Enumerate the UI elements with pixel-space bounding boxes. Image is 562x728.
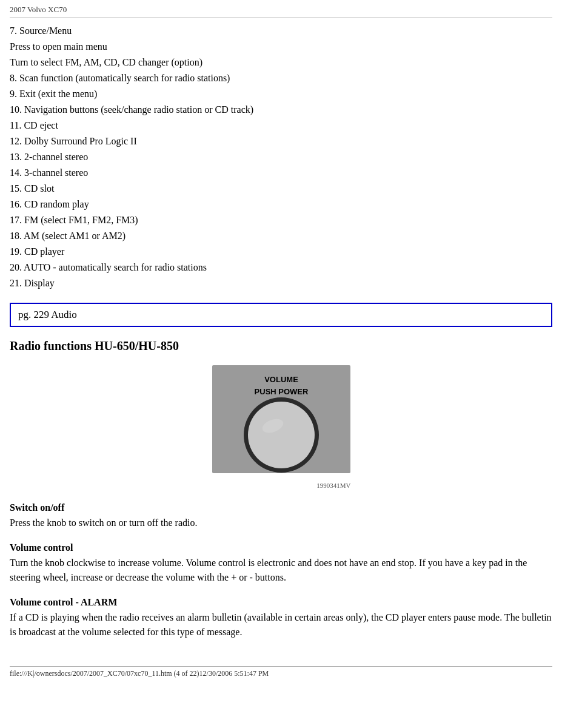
subsection-title: Switch on/off: [10, 502, 552, 513]
image-caption: 1990341MV: [212, 482, 351, 489]
list-item: 13. 2-channel stereo: [10, 150, 552, 164]
svg-text:VOLUME: VOLUME: [264, 375, 298, 384]
list-item: 20. AUTO - automatically search for radi…: [10, 260, 552, 275]
section-heading: Radio functions HU-650/HU-850: [10, 339, 552, 353]
numbered-list: 7. Source/MenuPress to open main menuTur…: [10, 24, 552, 291]
list-item: 16. CD random play: [10, 197, 552, 212]
list-item: Turn to select FM, AM, CD, CD changer (o…: [10, 55, 552, 70]
page-box: pg. 229 Audio: [10, 303, 552, 327]
subsection-title: Volume control: [10, 542, 552, 553]
title-bar: 2007 Volvo XC70: [10, 5, 552, 18]
knob-image: VOLUME PUSH POWER 1990341MV: [212, 365, 351, 489]
subsection-text: If a CD is playing when the radio receiv…: [10, 610, 552, 639]
list-item: 15. CD slot: [10, 181, 552, 196]
list-item: 21. Display: [10, 276, 552, 291]
list-item: 7. Source/Menu: [10, 24, 552, 38]
svg-text:PUSH POWER: PUSH POWER: [254, 387, 308, 396]
title-text: 2007 Volvo XC70: [10, 5, 67, 14]
svg-point-4: [248, 402, 315, 468]
list-item: Press to open main menu: [10, 39, 552, 54]
knob-image-container: VOLUME PUSH POWER 1990341MV: [10, 365, 552, 490]
subsection-title: Volume control - ALARM: [10, 597, 552, 608]
list-item: 10. Navigation buttons (seek/change radi…: [10, 103, 552, 117]
list-item: 8. Scan function (automatically search f…: [10, 71, 552, 86]
list-item: 11. CD eject: [10, 118, 552, 133]
subsections-container: Switch on/offPress the knob to switch on…: [10, 502, 552, 639]
subsection-text: Press the knob to switch on or turn off …: [10, 516, 552, 530]
list-item: 14. 3-channel stereo: [10, 166, 552, 180]
footer-text: file:///K|/ownersdocs/2007/2007_XC70/07x…: [10, 669, 269, 678]
knob-svg: VOLUME PUSH POWER: [212, 365, 350, 480]
list-item: 12. Dolby Surround Pro Logic II: [10, 134, 552, 149]
list-item: 19. CD player: [10, 244, 552, 259]
footer-bar: file:///K|/ownersdocs/2007/2007_XC70/07x…: [10, 666, 552, 678]
list-item: 18. AM (select AM1 or AM2): [10, 229, 552, 243]
list-item: 17. FM (select FM1, FM2, FM3): [10, 213, 552, 228]
subsection-text: Turn the knob clockwise to increase volu…: [10, 556, 552, 585]
list-item: 9. Exit (exit the menu): [10, 87, 552, 101]
